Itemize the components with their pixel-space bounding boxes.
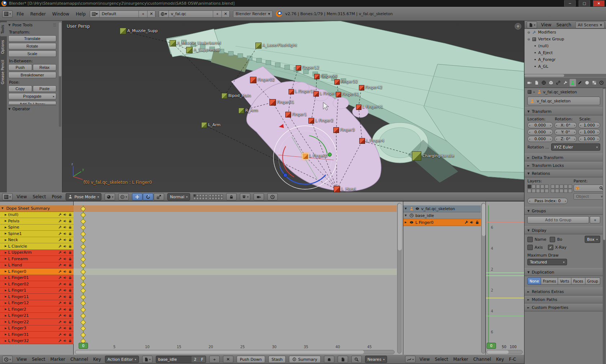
outliner-item-a-gl[interactable]: •A_GL: [524, 63, 606, 70]
speaker-icon[interactable]: [63, 314, 67, 318]
lock-icon[interactable]: [68, 301, 72, 305]
lock-icon[interactable]: [68, 307, 72, 311]
wrench-icon[interactable]: [464, 220, 469, 225]
region-expand-plus-icon[interactable]: +: [515, 23, 521, 30]
layer-cell[interactable]: [527, 185, 531, 188]
channel-pelvis[interactable]: ▶Pelvis: [0, 218, 74, 225]
opengl-render-icon[interactable]: [254, 193, 264, 200]
wrench-icon[interactable]: [58, 213, 62, 217]
scene-browse-icon[interactable]: ▾: [159, 11, 169, 17]
layer-cell[interactable]: [555, 189, 559, 193]
paste-button[interactable]: Paste: [33, 85, 57, 92]
viewport-layer-toggle[interactable]: [212, 197, 214, 200]
wrench-icon[interactable]: [58, 244, 62, 248]
display-xray-checkbox[interactable]: ✓X-Ray: [548, 245, 567, 250]
viewport-layer-toggle[interactable]: [218, 194, 220, 197]
expand-icon[interactable]: ▶: [5, 320, 6, 323]
channel-l-finger11[interactable]: ▶L Finger11: [0, 294, 74, 300]
toolshelf-tab-grease-pencil[interactable]: Grease Pencil: [0, 57, 7, 87]
speaker-icon[interactable]: [63, 219, 67, 223]
dopesheet-vertical-scrollbar[interactable]: [397, 203, 401, 354]
add-to-group-button[interactable]: Add to Group: [527, 216, 589, 223]
manipulator-scale-icon[interactable]: [154, 193, 164, 200]
wrench-icon[interactable]: [58, 257, 62, 261]
lock-icon[interactable]: [68, 232, 72, 236]
viewport-layer-toggle[interactable]: [205, 194, 207, 197]
viewport-layer-toggle[interactable]: [196, 197, 199, 200]
channel-l-finger32[interactable]: ▶L Finger32: [0, 338, 74, 345]
bone-a-suppressor[interactable]: [186, 47, 193, 53]
scene-delete-button[interactable]: ✕: [222, 11, 229, 17]
viewport-layer-toggle[interactable]: [215, 197, 217, 200]
layer-cell[interactable]: [536, 189, 540, 193]
rotation-z-field[interactable]: ◂Z: 0°▸: [554, 136, 577, 142]
expand-icon[interactable]: ▶: [5, 314, 6, 317]
expand-icon[interactable]: ▶: [5, 295, 6, 298]
bone-a-muzzle-underbarrel[interactable]: [170, 40, 176, 46]
bone-a-muzzle-supp[interactable]: [120, 28, 126, 34]
expand-icon[interactable]: ▶: [5, 257, 6, 260]
expand-icon[interactable]: ▶: [5, 219, 6, 222]
wrench-icon[interactable]: [58, 250, 62, 254]
scene-selector[interactable]: ▾ v_fal.qc ＋ ✕: [159, 10, 230, 18]
expand-icon[interactable]: ▶: [5, 327, 6, 330]
close-button[interactable]: ✕: [593, 0, 605, 6]
menu-channel[interactable]: Channel: [473, 357, 492, 362]
eye-icon[interactable]: [409, 220, 414, 225]
bone-finger1[interactable]: [285, 112, 291, 117]
layout-name[interactable]: Default: [100, 11, 139, 17]
wrench-icon[interactable]: [58, 301, 62, 305]
keyframe-diamond[interactable]: [80, 263, 86, 268]
viewport-layer-toggle[interactable]: [205, 197, 207, 200]
render-engine-select[interactable]: Blender Render▾: [233, 10, 273, 18]
keyframe-diamond[interactable]: [80, 307, 86, 312]
bone-l-finger41[interactable]: [356, 105, 361, 110]
layer-cell[interactable]: [545, 185, 549, 188]
bone-l-finger4[interactable]: [359, 138, 365, 144]
expand-icon[interactable]: ▶: [5, 339, 6, 342]
menu-pose[interactable]: Pose: [51, 194, 63, 199]
transform-panel-header[interactable]: ▼Transform: [524, 107, 603, 115]
lock-icon[interactable]: [68, 320, 72, 324]
action-browse-icon[interactable]: ▾: [142, 356, 153, 363]
rotation-x-field[interactable]: ◂X: 0°▸: [554, 122, 577, 128]
expand-icon[interactable]: ▶: [5, 251, 6, 254]
lock-icon[interactable]: [68, 219, 72, 223]
pivot-center-icon[interactable]: ▾: [118, 193, 129, 200]
keyframe-diamond[interactable]: [80, 238, 86, 243]
lock-icon[interactable]: [68, 288, 72, 292]
channel-spine1[interactable]: ▶Spine1: [0, 231, 74, 237]
layer-cell[interactable]: [551, 189, 555, 193]
speaker-icon[interactable]: [63, 320, 67, 324]
wrench-icon[interactable]: [58, 276, 62, 280]
layer-cell[interactable]: [551, 185, 555, 188]
keyframe-diamond[interactable]: [80, 319, 86, 325]
properties-tab-camera-icon[interactable]: [526, 79, 532, 86]
menu-select[interactable]: Select: [31, 357, 46, 362]
scene-add-button[interactable]: ＋: [213, 11, 222, 17]
push-button[interactable]: Push: [8, 64, 32, 71]
action-add-button[interactable]: ＋: [209, 356, 220, 363]
expand-icon[interactable]: ▶: [5, 289, 6, 292]
dopesheet-horizontal-scrollbar[interactable]: [75, 350, 395, 354]
keyframe-diamond[interactable]: [80, 301, 86, 306]
propagate-button[interactable]: Propagate▸: [8, 93, 56, 99]
properties-tab-globe-icon[interactable]: [540, 79, 547, 86]
action-user-count[interactable]: 2: [192, 356, 199, 363]
location-x-field[interactable]: ◂0.000▸: [527, 122, 553, 128]
wrench-icon[interactable]: [58, 333, 62, 337]
outliner-editor-type-icon[interactable]: ▾: [527, 21, 537, 28]
duplication-panel-header[interactable]: ▼Duplication: [524, 268, 603, 276]
viewport-layer-toggle[interactable]: [212, 194, 214, 197]
wrench-icon[interactable]: [58, 314, 62, 318]
layer-cell[interactable]: [559, 189, 563, 193]
relations-panel-header[interactable]: ▼Relations: [524, 169, 603, 177]
search-filter-icon[interactable]: [351, 356, 362, 363]
dope-sheet-editor[interactable]: 510152025303540450 ▼ Dope Sheet Summary …: [0, 201, 403, 355]
tree-item-v-fal-qc-skeleton[interactable]: ▼v_fal.qc_skeleton: [403, 205, 481, 212]
scale-button[interactable]: Scale: [8, 50, 56, 57]
toolshelf-tab-options[interactable]: Options: [0, 37, 7, 57]
expand-icon[interactable]: ▶: [5, 264, 6, 267]
lock-icon[interactable]: [68, 326, 72, 330]
bone-finger01[interactable]: [269, 99, 276, 106]
